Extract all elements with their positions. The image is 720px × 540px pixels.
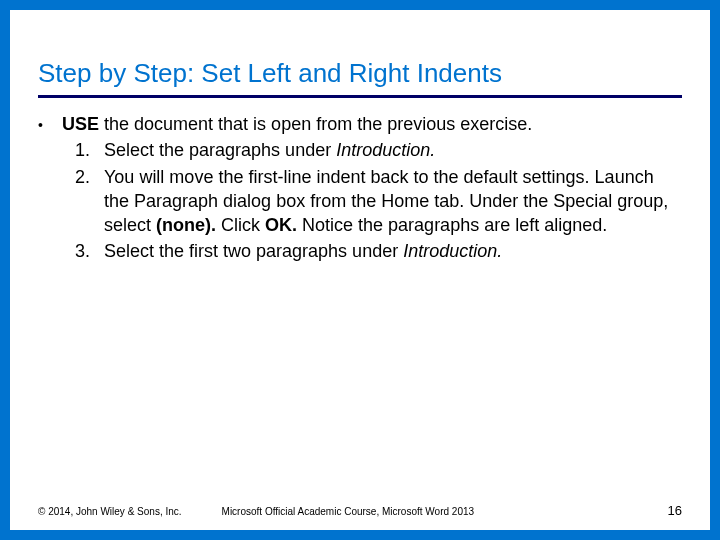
text-run: Click xyxy=(216,215,265,235)
slide-content: • USE the document that is open from the… xyxy=(38,112,682,264)
list-number: 3. xyxy=(64,239,104,263)
text-bold: OK. xyxy=(265,215,297,235)
slide: Step by Step: Set Left and Right Indents… xyxy=(0,0,720,540)
slide-title: Step by Step: Set Left and Right Indents xyxy=(38,58,682,98)
text-run: Select the paragraphs under xyxy=(104,140,336,160)
list-item: 1. Select the paragraphs under Introduct… xyxy=(64,138,682,162)
text-run: Notice the paragraphs are left aligned. xyxy=(297,215,607,235)
bullet-lead-bold: USE xyxy=(62,114,99,134)
bullet-mark: • xyxy=(38,112,62,136)
footer-copyright: © 2014, John Wiley & Sons, Inc. xyxy=(38,506,182,517)
numbered-list: 1. Select the paragraphs under Introduct… xyxy=(64,138,682,263)
footer-page-number: 16 xyxy=(668,503,682,518)
list-number: 1. xyxy=(64,138,104,162)
list-item: 3. Select the first two paragraphs under… xyxy=(64,239,682,263)
bullet-text: USE the document that is open from the p… xyxy=(62,112,682,136)
text-run: Select the first two paragraphs under xyxy=(104,241,403,261)
text-em: Introduction. xyxy=(403,241,502,261)
slide-footer: © 2014, John Wiley & Sons, Inc. Microsof… xyxy=(38,503,682,518)
list-text: You will move the first-line indent back… xyxy=(104,165,682,238)
bullet-item: • USE the document that is open from the… xyxy=(38,112,682,136)
list-text: Select the paragraphs under Introduction… xyxy=(104,138,682,162)
footer-course: Microsoft Official Academic Course, Micr… xyxy=(182,506,668,517)
text-em: Introduction. xyxy=(336,140,435,160)
list-item: 2. You will move the first-line indent b… xyxy=(64,165,682,238)
list-text: Select the first two paragraphs under In… xyxy=(104,239,682,263)
text-bold: (none). xyxy=(156,215,216,235)
list-number: 2. xyxy=(64,165,104,238)
bullet-lead-rest: the document that is open from the previ… xyxy=(99,114,532,134)
